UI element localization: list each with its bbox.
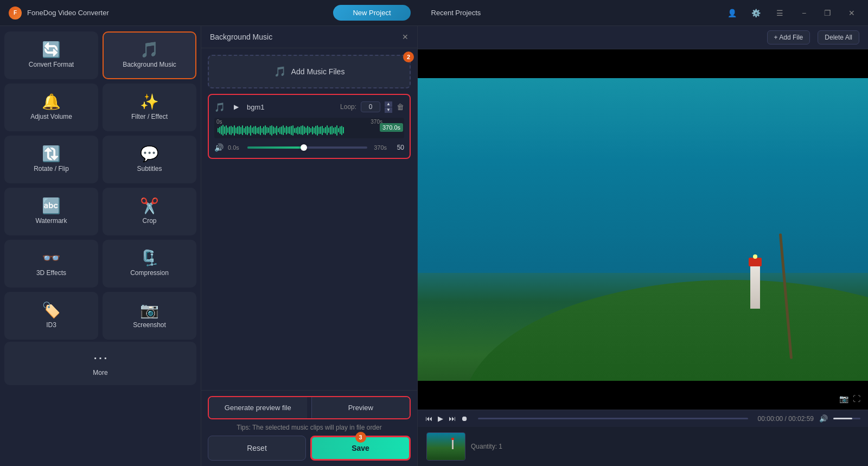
sidebar-grid: 🔄 Convert Format 🎵 Background Music 🔔 Ad… xyxy=(4,31,196,340)
title-bar-nav: New Project Recent Projects xyxy=(333,5,500,21)
app-logo: F xyxy=(9,7,22,20)
sidebar-item-3d-effects[interactable]: 👓 3D Effects xyxy=(4,240,98,288)
fullscreen-btn[interactable]: ⛶ xyxy=(853,394,860,403)
volume-track xyxy=(247,146,367,149)
screenshot-label: Screenshot xyxy=(133,321,166,329)
track-name: bgm1 xyxy=(247,103,336,111)
3d-effects-icon: 👓 xyxy=(42,251,61,266)
sidebar-item-adjust-volume[interactable]: 🔔 Adjust Volume xyxy=(4,84,98,131)
skip-forward-btn[interactable]: ⏭ xyxy=(449,414,456,423)
panel-content: 🎵 Add Music Files 2 🎵 ▶ bgm1 Loop: ▲ ▼ xyxy=(201,48,417,390)
crop-label: Crop xyxy=(142,217,156,225)
lighthouse-top xyxy=(749,258,762,266)
skip-back-btn[interactable]: ⏮ xyxy=(425,414,432,423)
top-black-bar xyxy=(418,49,868,78)
sidebar-item-filter-effect[interactable]: ✨ Filter / Effect xyxy=(103,84,196,131)
minimize-btn[interactable]: − xyxy=(796,5,812,21)
add-music-icon: 🎵 xyxy=(274,66,286,78)
play-pause-btn[interactable]: ▶ xyxy=(438,414,443,423)
loop-spinners: ▲ ▼ xyxy=(385,101,392,113)
reset-btn[interactable]: Reset xyxy=(208,436,306,461)
sidebar-item-convert-format[interactable]: 🔄 Convert Format xyxy=(4,31,98,79)
stop-btn[interactable]: ⏺ xyxy=(461,414,468,423)
volume-value: 50 xyxy=(391,144,404,151)
playback-time: 00:00:00 / 00:02:59 xyxy=(758,415,814,423)
panel-header: Background Music ✕ xyxy=(201,26,417,48)
lighthouse-body xyxy=(750,265,760,309)
sidebar-item-screenshot[interactable]: 📷 Screenshot xyxy=(103,292,196,340)
rotate-flip-label: Rotate / Flip xyxy=(34,165,69,173)
panel-close-btn[interactable]: ✕ xyxy=(402,33,409,41)
add-music-label: Add Music Files xyxy=(291,67,345,76)
filter-effect-icon: ✨ xyxy=(140,94,159,110)
waveform-container[interactable]: 0s 370s xyxy=(214,118,404,138)
delete-all-btn[interactable]: Delete All xyxy=(818,30,859,44)
volume-control-btn[interactable]: 🔊 xyxy=(819,414,828,423)
sidebar-item-compression[interactable]: 🗜️ Compression xyxy=(103,240,196,288)
sidebar-item-id3[interactable]: 🏷️ ID3 xyxy=(4,292,98,340)
close-btn[interactable]: ✕ xyxy=(844,5,859,21)
restore-btn[interactable]: ❐ xyxy=(820,5,835,21)
app-title: FoneDog Video Converter xyxy=(27,9,109,17)
loop-spin-up[interactable]: ▲ xyxy=(385,101,392,107)
screenshot-icon: 📷 xyxy=(140,303,159,318)
loop-input[interactable] xyxy=(361,101,380,112)
waveform-time-left: 0s xyxy=(216,119,222,125)
panel-title: Background Music xyxy=(210,33,272,41)
convert-format-icon: 🔄 xyxy=(42,42,61,58)
volume-fill xyxy=(247,146,304,149)
screenshot-player-btn[interactable]: 📷 xyxy=(839,394,848,403)
title-bar-left: F FoneDog Video Converter xyxy=(9,7,109,20)
thumbnail-area: Quantity: 1 xyxy=(418,427,868,466)
volume-bar[interactable] xyxy=(833,418,860,419)
sidebar-item-rotate-flip[interactable]: 🔃 Rotate / Flip xyxy=(4,136,98,183)
compression-icon: 🗜️ xyxy=(140,251,159,266)
volume-icon: 🔊 xyxy=(214,143,224,152)
background-music-icon: 🎵 xyxy=(140,42,159,58)
adjust-volume-icon: 🔔 xyxy=(42,94,61,110)
save-label: Save xyxy=(352,444,369,452)
id3-icon: 🏷️ xyxy=(42,303,61,318)
crop-icon: ✂️ xyxy=(140,199,159,214)
generate-preview-btn[interactable]: Generate preview file xyxy=(209,397,307,418)
compression-label: Compression xyxy=(130,269,169,277)
sea xyxy=(418,49,868,273)
convert-format-label: Convert Format xyxy=(29,61,74,68)
sidebar-item-crop[interactable]: ✂️ Crop xyxy=(103,188,196,235)
add-file-btn[interactable]: + Add File xyxy=(767,30,810,44)
id3-label: ID3 xyxy=(46,321,56,329)
thumbnail-1[interactable] xyxy=(426,432,465,461)
add-music-files-btn[interactable]: 🎵 Add Music Files 2 xyxy=(208,55,411,88)
playback-progress[interactable] xyxy=(478,418,748,419)
preview-btn[interactable]: Preview xyxy=(311,397,410,418)
watermark-label: Watermark xyxy=(35,217,67,225)
panel-area: Background Music ✕ 🎵 Add Music Files 2 🎵… xyxy=(201,26,418,466)
new-project-btn[interactable]: New Project xyxy=(333,5,410,21)
volume-time-left: 0.0s xyxy=(228,144,243,151)
settings-icon[interactable]: ⚙️ xyxy=(749,5,764,21)
waveform-selection-badge: 370.0s xyxy=(380,123,403,132)
sidebar-item-watermark[interactable]: 🔤 Watermark xyxy=(4,188,98,235)
subtitles-label: Subtitles xyxy=(137,165,162,173)
sidebar-item-more[interactable]: ⋯ More xyxy=(4,342,196,385)
volume-thumb[interactable] xyxy=(301,144,307,151)
track-play-btn[interactable]: ▶ xyxy=(229,100,242,113)
rotate-flip-icon: 🔃 xyxy=(42,146,61,162)
menu-icon[interactable]: ☰ xyxy=(773,5,788,21)
user-icon[interactable]: 👤 xyxy=(725,5,740,21)
recent-projects-btn[interactable]: Recent Projects xyxy=(412,5,501,21)
title-bar: F FoneDog Video Converter New Project Re… xyxy=(0,0,868,26)
background-music-label: Background Music xyxy=(123,61,176,68)
tips-text: Tips: The selected music clips will play… xyxy=(208,424,411,431)
subtitles-icon: 💬 xyxy=(140,146,159,162)
sidebar-item-subtitles[interactable]: 💬 Subtitles xyxy=(103,136,196,183)
sidebar-item-background-music[interactable]: 🎵 Background Music xyxy=(103,31,196,79)
volume-slider[interactable] xyxy=(247,143,367,152)
save-badge: 3 xyxy=(355,432,366,443)
thumbnail-row: Quantity: 1 xyxy=(426,432,859,461)
track-delete-btn[interactable]: 🗑 xyxy=(397,103,404,111)
save-btn[interactable]: 3 Save xyxy=(310,436,411,461)
main-layout: 🔄 Convert Format 🎵 Background Music 🔔 Ad… xyxy=(0,26,868,466)
preview-area: + Add File Delete All 📷 ⛶ xyxy=(418,26,868,466)
loop-spin-down[interactable]: ▼ xyxy=(385,107,392,113)
